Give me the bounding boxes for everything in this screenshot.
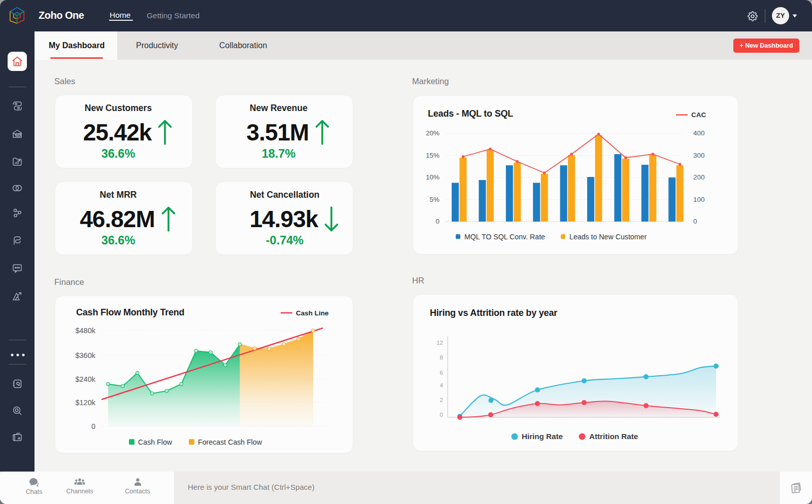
svg-text:6: 6 bbox=[440, 370, 443, 376]
svg-text:Hiring Rate: Hiring Rate bbox=[522, 432, 563, 441]
svg-text:$480k: $480k bbox=[75, 327, 95, 335]
svg-text:5%: 5% bbox=[429, 196, 439, 203]
svg-text:8: 8 bbox=[440, 354, 443, 361]
svg-text:10%: 10% bbox=[426, 173, 439, 181]
svg-text:2: 2 bbox=[440, 397, 443, 403]
svg-text:$240k: $240k bbox=[75, 375, 95, 383]
svg-text:Forecast Cash Flow: Forecast Cash Flow bbox=[198, 438, 262, 446]
svg-text:4: 4 bbox=[440, 382, 444, 388]
svg-text:200: 200 bbox=[693, 173, 705, 181]
svg-text:Attrition Rate: Attrition Rate bbox=[589, 432, 638, 441]
svg-text:300: 300 bbox=[693, 152, 705, 159]
svg-text:CAC: CAC bbox=[691, 111, 706, 119]
svg-text:0: 0 bbox=[693, 218, 697, 225]
svg-text:0: 0 bbox=[91, 422, 95, 430]
svg-text:Cash Flow: Cash Flow bbox=[138, 438, 173, 446]
svg-text:$360k: $360k bbox=[75, 351, 95, 359]
svg-text:0: 0 bbox=[440, 412, 443, 418]
svg-text:MQL TO SQL Conv. Rate: MQL TO SQL Conv. Rate bbox=[464, 233, 545, 241]
svg-text:0: 0 bbox=[435, 218, 439, 225]
svg-text:Cash Line: Cash Line bbox=[296, 309, 329, 317]
svg-text:12: 12 bbox=[436, 340, 443, 346]
svg-text:400: 400 bbox=[693, 129, 705, 137]
svg-text:Leads to New Customer: Leads to New Customer bbox=[569, 233, 647, 241]
svg-text:20%: 20% bbox=[426, 129, 439, 137]
svg-text:$120k: $120k bbox=[75, 399, 95, 407]
svg-text:100: 100 bbox=[693, 196, 705, 203]
svg-text:15%: 15% bbox=[426, 152, 439, 159]
